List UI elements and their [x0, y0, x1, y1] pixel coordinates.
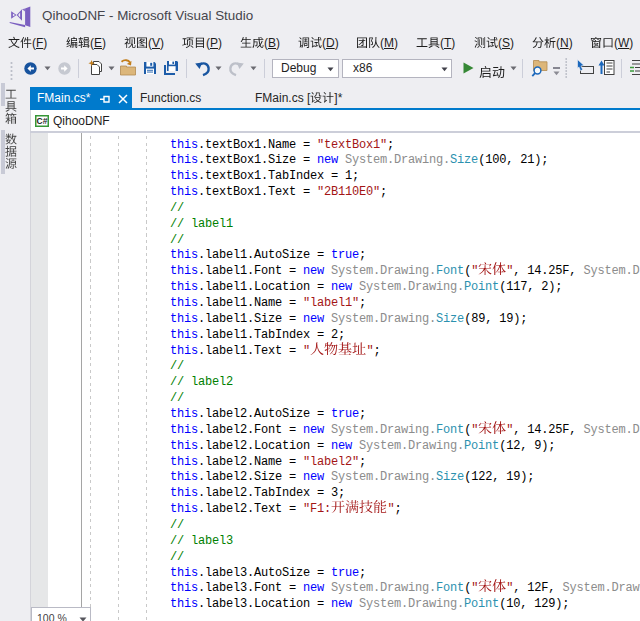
- svg-text:C#: C#: [37, 116, 48, 126]
